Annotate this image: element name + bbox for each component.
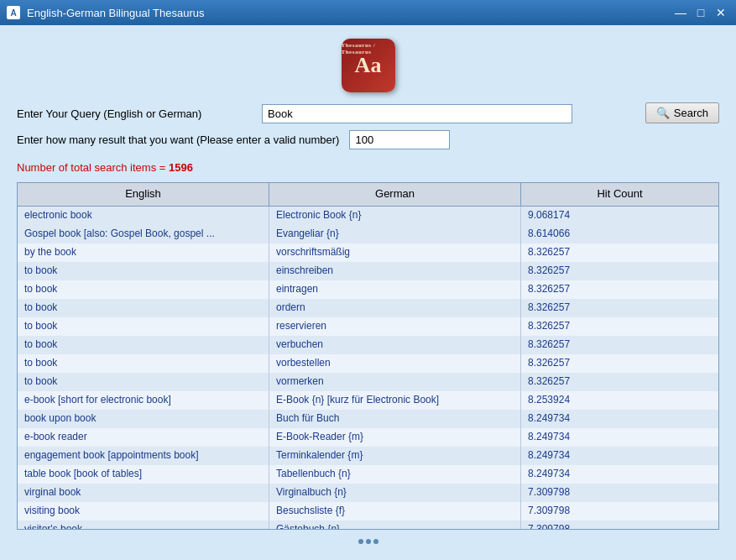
cell-english: Gospel book [also: Gospel Book, gospel .… <box>18 225 269 243</box>
app-icon-text: Aa <box>355 53 382 78</box>
result-count-value: 1596 <box>169 161 193 174</box>
cell-english: engagement book [appointments book] <box>18 447 269 465</box>
cell-german: Gästebuch {n} <box>269 521 521 529</box>
cell-hitcount: 8.326257 <box>521 354 718 373</box>
cell-german: eintragen <box>269 280 521 299</box>
cell-english: virginal book <box>18 484 269 502</box>
cell-german: Besuchsliste {f} <box>269 502 521 521</box>
cell-hitcount: 9.068174 <box>521 207 718 225</box>
cell-english: to book <box>18 336 269 354</box>
minimize-button[interactable]: — <box>672 4 689 21</box>
table-row[interactable]: to bookvorbestellen8.326257 <box>18 354 718 373</box>
count-input[interactable] <box>349 130 450 149</box>
title-bar: A English-German Bilingual Thesaurus — □… <box>0 0 736 25</box>
table-row[interactable]: to bookverbuchen8.326257 <box>18 336 718 354</box>
cell-english: to book <box>18 373 269 391</box>
cell-german: Evangeliar {n} <box>269 225 521 243</box>
table-row[interactable]: to bookeinschreiben8.326257 <box>18 262 718 280</box>
table-row[interactable]: e-book [short for electronic book]E-Book… <box>18 391 718 410</box>
cell-english: electronic book <box>18 207 269 225</box>
cell-hitcount: 8.249734 <box>521 447 718 465</box>
cell-hitcount: 8.249734 <box>521 410 718 428</box>
cell-german: vorbestellen <box>269 354 521 373</box>
close-button[interactable]: ✕ <box>713 4 729 21</box>
dot-3 <box>373 539 378 544</box>
cell-hitcount: 7.309798 <box>521 521 718 529</box>
app-icon-badge: Thesaurus / Thesaurus <box>342 42 391 55</box>
cell-german: Virginalbuch {n} <box>269 484 521 502</box>
search-button[interactable]: 🔍 Search <box>645 102 719 123</box>
cell-hitcount: 8.326257 <box>521 317 718 336</box>
cell-hitcount: 8.326257 <box>521 262 718 280</box>
dot-2 <box>366 539 371 544</box>
cell-german: Terminkalender {m} <box>269 447 521 465</box>
cell-hitcount: 8.253924 <box>521 391 718 410</box>
table-row[interactable]: e-book readerE-Book-Reader {m}8.249734 <box>18 428 718 447</box>
cell-hitcount: 8.326257 <box>521 243 718 262</box>
table-row[interactable]: Gospel book [also: Gospel Book, gospel .… <box>18 225 718 243</box>
table-body[interactable]: electronic bookElectronic Book {n}9.0681… <box>18 207 718 529</box>
table-row[interactable]: visiting bookBesuchsliste {f}7.309798 <box>18 502 718 521</box>
query-label: Enter Your Query (English or German) <box>17 107 252 120</box>
cell-hitcount: 8.249734 <box>521 428 718 447</box>
result-count-label: Number of total search items = <box>17 161 169 174</box>
table-row[interactable]: electronic bookElectronic Book {n}9.0681… <box>18 207 718 225</box>
results-table: English German Hit Count electronic book… <box>17 182 719 530</box>
cell-german: Tabellenbuch {n} <box>269 465 521 484</box>
search-button-label: Search <box>674 107 708 119</box>
cell-german: vorschriftsmäßig <box>269 243 521 262</box>
cell-hitcount: 8.326257 <box>521 280 718 299</box>
table-row[interactable]: virginal bookVirginalbuch {n}7.309798 <box>18 484 718 502</box>
bottom-bar <box>17 533 719 550</box>
table-row[interactable]: engagement book [appointments book]Termi… <box>18 447 718 465</box>
cell-english: to book <box>18 299 269 317</box>
cell-english: visiting book <box>18 502 269 521</box>
table-row[interactable]: by the bookvorschriftsmäßig8.326257 <box>18 243 718 262</box>
cell-german: E-Book-Reader {m} <box>269 428 521 447</box>
cell-hitcount: 7.309798 <box>521 502 718 521</box>
table-row[interactable]: table book [book of tables]Tabellenbuch … <box>18 465 718 484</box>
column-hitcount: Hit Count <box>521 183 718 206</box>
column-german: German <box>269 183 521 206</box>
cell-german: verbuchen <box>269 336 521 354</box>
cell-hitcount: 8.326257 <box>521 373 718 391</box>
window-title: English-German Bilingual Thesaurus <box>27 7 204 19</box>
table-row[interactable]: to bookvormerken8.326257 <box>18 373 718 391</box>
cell-german: E-Book {n} [kurz für Electronic Book] <box>269 391 521 410</box>
app-icon: Thesaurus / Thesaurus Aa <box>342 39 395 92</box>
cell-english: to book <box>18 354 269 373</box>
cell-hitcount: 8.326257 <box>521 299 718 317</box>
cell-hitcount: 7.309798 <box>521 484 718 502</box>
table-row[interactable]: book upon bookBuch für Buch8.249734 <box>18 410 718 428</box>
cell-hitcount: 8.326257 <box>521 336 718 354</box>
table-row[interactable]: to bookordern8.326257 <box>18 299 718 317</box>
cell-english: table book [book of tables] <box>18 465 269 484</box>
table-header: English German Hit Count <box>18 183 718 207</box>
search-icon: 🔍 <box>656 107 670 119</box>
cell-english: to book <box>18 280 269 299</box>
cell-german: Electronic Book {n} <box>269 207 521 225</box>
cell-german: ordern <box>269 299 521 317</box>
app-icon-small: A <box>7 6 20 19</box>
maximize-button[interactable]: □ <box>692 4 709 21</box>
cell-english: by the book <box>18 243 269 262</box>
table-row[interactable]: to bookreservieren8.326257 <box>18 317 718 336</box>
cell-german: vormerken <box>269 373 521 391</box>
cell-german: einschreiben <box>269 262 521 280</box>
dot-1 <box>358 539 363 544</box>
column-english: English <box>18 183 269 206</box>
cell-english: to book <box>18 262 269 280</box>
table-row[interactable]: visitor's bookGästebuch {n}7.309798 <box>18 521 718 529</box>
cell-german: Buch für Buch <box>269 410 521 428</box>
cell-hitcount: 8.249734 <box>521 465 718 484</box>
cell-english: book upon book <box>18 410 269 428</box>
count-label: Enter how many result that you want (Ple… <box>17 133 339 146</box>
cell-german: reservieren <box>269 317 521 336</box>
table-row[interactable]: to bookeintragen8.326257 <box>18 280 718 299</box>
cell-english: visitor's book <box>18 521 269 529</box>
cell-english: e-book reader <box>18 428 269 447</box>
query-input[interactable] <box>262 104 572 123</box>
cell-hitcount: 8.614066 <box>521 225 718 243</box>
cell-english: to book <box>18 317 269 336</box>
cell-english: e-book [short for electronic book] <box>18 391 269 410</box>
